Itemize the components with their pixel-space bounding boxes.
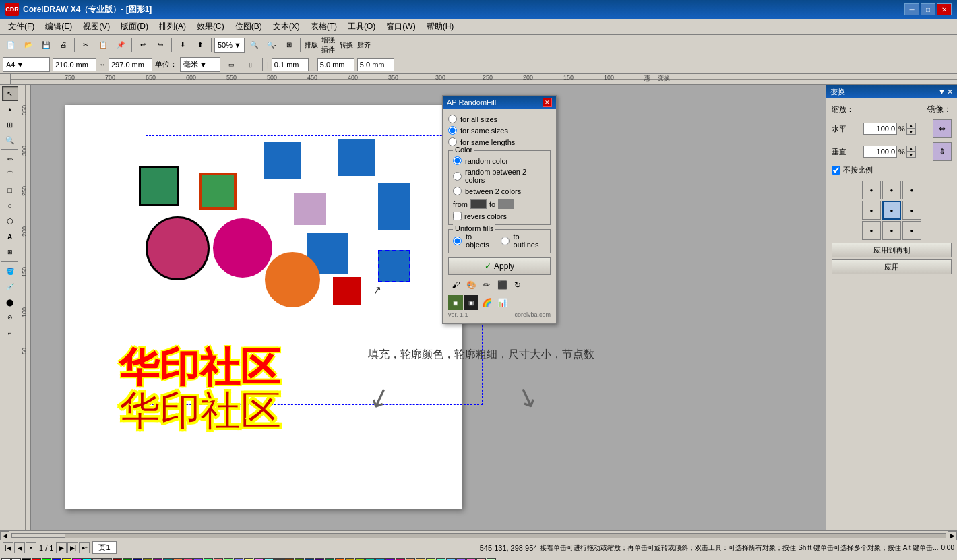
h-spin-down[interactable]: ▼ (906, 129, 916, 135)
dialog-title[interactable]: AP RandomFill ✕ (443, 96, 556, 109)
to-objects-radio[interactable] (453, 237, 462, 245)
shape-tool[interactable]: ⬥ (2, 102, 18, 117)
排版-btn[interactable]: 排版 (303, 37, 319, 53)
palette-color-5[interactable] (62, 558, 71, 561)
menu-item-e[interactable]: 编辑(E) (40, 20, 78, 34)
close-button[interactable]: ✕ (937, 3, 952, 15)
palette-color-44[interactable] (456, 558, 466, 561)
canvas-area[interactable]: 华印社区 华印社区 填充，轮廓颜色，轮廓粗细，尺寸大小，节点数 ↙ ↘ ↗ AP… (31, 85, 826, 530)
text-tool[interactable]: A (2, 229, 18, 244)
polygon-tool[interactable]: ⬡ (2, 214, 18, 228)
smart-draw-tool[interactable]: ⌒ (2, 167, 18, 182)
width-input[interactable] (53, 58, 96, 71)
shape-blue-rect2[interactable] (338, 139, 375, 176)
add-page-btn[interactable]: ▶+ (79, 542, 90, 553)
palette-color-13[interactable] (143, 558, 152, 561)
undo-btn[interactable]: ↩ (135, 37, 151, 53)
next-page-btn[interactable]: ▶ (56, 542, 67, 553)
anchor-tr[interactable]: ● (902, 181, 921, 199)
maximize-button[interactable]: □ (921, 3, 935, 15)
page-size-dropdown[interactable]: A4▼ (3, 57, 50, 72)
palette-color-4[interactable] (52, 558, 61, 561)
zoom-in-btn[interactable]: 🔍 (246, 37, 262, 53)
palette-color-31[interactable] (325, 558, 334, 561)
palette-color-19[interactable] (204, 558, 213, 561)
palette-color-46[interactable] (476, 558, 486, 561)
shape-red-rect[interactable] (199, 173, 237, 210)
mirror-v-icon[interactable]: ⇕ (933, 142, 952, 161)
palette-color-28[interactable] (295, 558, 304, 561)
radio-random-color-input[interactable] (453, 156, 462, 165)
cut-btn[interactable]: ✂ (78, 37, 94, 53)
prev-page-btn[interactable]: ◀ (14, 542, 25, 553)
palette-color-32[interactable] (335, 558, 344, 561)
paste-btn[interactable]: 📌 (113, 37, 129, 53)
palette-color-37[interactable] (385, 558, 395, 561)
palette-color-47[interactable] (487, 558, 496, 561)
palette-color-21[interactable] (224, 558, 233, 561)
palette-color-35[interactable] (365, 558, 375, 561)
horizontal-scrollbar[interactable]: ◀ ▶ (0, 530, 957, 540)
scroll-right-btn[interactable]: ▶ (948, 531, 957, 540)
shape-red-small-rect[interactable] (333, 277, 361, 305)
zoom-tool[interactable]: 🔍 (2, 133, 18, 148)
icon-btn-4[interactable]: ⬛ (495, 278, 510, 292)
zoom-out-btn[interactable]: 🔍- (264, 37, 280, 53)
panel-expand-btn[interactable]: ▼ (938, 88, 946, 96)
palette-color-6[interactable] (72, 558, 82, 561)
apply-to-dup-button[interactable]: 应用到再制 (832, 243, 952, 257)
palette-color-38[interactable] (396, 558, 405, 561)
last-page-btn[interactable]: ▶| (67, 542, 78, 553)
color2-swatch[interactable] (498, 199, 514, 209)
radio-between-2-input[interactable] (453, 187, 462, 195)
palette-color-42[interactable] (436, 558, 445, 561)
palette-color-33[interactable] (345, 558, 354, 561)
zoom-page-btn[interactable]: ⊞ (281, 37, 297, 53)
menu-item-d[interactable]: 版面(D) (115, 20, 154, 34)
palette-color-26[interactable] (274, 558, 284, 561)
table-tool[interactable]: ⊞ (2, 245, 18, 259)
open-btn[interactable]: 📂 (20, 37, 36, 53)
palette-color-17[interactable] (183, 558, 193, 561)
first-page-btn[interactable]: |◀ (3, 542, 13, 553)
icon-btn-1[interactable]: 🖌 (448, 278, 463, 292)
palette-color-11[interactable] (123, 558, 132, 561)
radio-random-between-2-input[interactable] (453, 172, 462, 181)
palette-color-15[interactable] (163, 558, 173, 561)
connector-tool[interactable]: ⌐ (2, 325, 18, 340)
palette-color-12[interactable] (133, 558, 142, 561)
palette-color-9[interactable] (102, 558, 112, 561)
shape-blue-dashed[interactable] (378, 250, 410, 282)
minimize-button[interactable]: ─ (904, 3, 919, 15)
pos-x-input[interactable] (317, 58, 354, 71)
anchor-ml[interactable]: ● (862, 201, 881, 220)
height-input[interactable] (109, 58, 152, 71)
menu-item-b[interactable]: 位图(B) (230, 20, 268, 34)
palette-color-2[interactable] (32, 558, 41, 561)
rect-tool[interactable]: □ (2, 183, 18, 197)
anchor-br[interactable]: ● (902, 221, 921, 240)
menu-item-v[interactable]: 视图(V) (78, 20, 115, 34)
outline-width-input[interactable] (272, 58, 309, 71)
shape-magenta-circle[interactable] (146, 216, 210, 280)
palette-color-40[interactable] (416, 558, 425, 561)
color1-swatch[interactable] (470, 199, 487, 209)
v-input[interactable]: 100.0 (863, 146, 897, 158)
palette-color-29[interactable] (305, 558, 314, 561)
palette-color-0[interactable] (11, 558, 21, 561)
unit-dropdown[interactable]: 毫米▼ (180, 57, 220, 72)
revers-checkbox[interactable] (453, 212, 462, 220)
ellipse-tool[interactable]: ○ (2, 198, 18, 213)
panel-apply-button[interactable]: 应用 (832, 259, 952, 274)
palette-color-36[interactable] (375, 558, 385, 561)
menu-item-f[interactable]: 文件(F) (3, 20, 40, 34)
shape-purple-rect[interactable] (294, 193, 326, 225)
crop-tool[interactable]: ⊞ (2, 117, 18, 132)
anchor-bl[interactable]: ● (862, 221, 881, 240)
icon-btn-6[interactable]: ▣ (448, 295, 463, 310)
freehand-tool[interactable]: ✏ (2, 152, 18, 166)
icon-btn-9[interactable]: 📊 (495, 295, 510, 310)
menu-item-t[interactable]: 表格(T) (305, 20, 342, 34)
icon-btn-5[interactable]: ↻ (510, 278, 525, 292)
palette-color-8[interactable] (92, 558, 102, 561)
